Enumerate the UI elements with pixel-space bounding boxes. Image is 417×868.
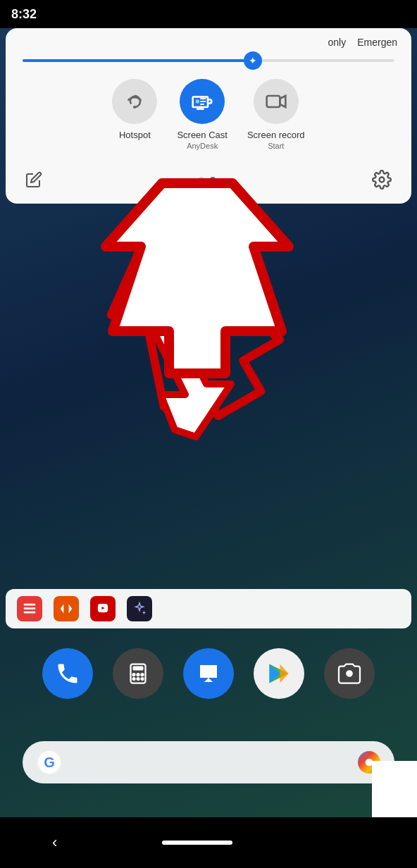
tile-screenrecord[interactable]: Screen record Start [247,79,305,150]
brightness-icon: ✦ [249,55,257,66]
app-youtube[interactable] [90,596,116,621]
brightness-fill [23,59,253,62]
svg-point-14 [142,674,144,676]
app-tasks[interactable] [17,596,42,621]
dot-1 [199,177,204,182]
back-button[interactable]: ‹ [52,833,57,852]
svg-rect-9 [24,612,36,614]
icon-phone[interactable] [42,648,93,699]
tile-hotspot-label: Hotspot [119,130,151,140]
svg-rect-3 [266,96,280,107]
white-box [372,761,417,817]
settings-button[interactable] [369,167,394,192]
svg-point-17 [142,678,144,680]
app-suggestions-bar [6,589,411,628]
page-indicators [199,177,216,182]
status-time: 8:32 [11,7,37,22]
icon-camera[interactable] [324,648,375,699]
nav-bar: ‹ [0,817,417,868]
icon-calculator[interactable] [113,648,163,699]
dot-2 [210,177,216,182]
tile-screenrecord-sublabel: Start [268,142,284,150]
tile-screenrecord-label: Screen record [247,130,305,140]
home-icons-row [0,648,417,699]
tile-screencast-sublabel: AnyDesk [187,142,218,150]
qs-tiles-grid: Hotspot Screen Cast AnyDesk [6,73,411,161]
svg-point-16 [137,678,139,680]
tile-screencast[interactable]: Screen Cast AnyDesk [177,79,228,150]
svg-point-13 [137,674,139,676]
svg-point-15 [133,678,135,680]
qs-header-item1: only [328,37,347,48]
svg-point-6 [380,178,385,182]
svg-point-12 [133,674,135,676]
svg-point-2 [196,99,199,103]
tile-screencast-icon [180,79,225,124]
quick-settings-panel: only Emergen ✦ Hotspot [6,28,411,204]
edit-button[interactable] [23,168,45,191]
brightness-track[interactable]: ✦ [23,59,394,62]
brightness-thumb[interactable]: ✦ [244,51,262,70]
app-dev[interactable] [54,596,79,621]
svg-rect-11 [133,666,144,671]
app-ai[interactable] [127,596,152,621]
icon-messages[interactable] [183,648,234,699]
qs-bottom-row [6,161,411,192]
brightness-row[interactable]: ✦ [6,54,411,73]
home-pill[interactable] [162,841,232,845]
tile-screencast-label: Screen Cast [177,130,228,140]
tile-screenrecord-icon [254,79,299,124]
tile-hotspot-icon [112,79,157,124]
qs-header-item2: Emergen [357,37,397,48]
icon-playstore[interactable] [254,648,304,699]
google-logo: G [37,750,62,775]
svg-rect-7 [24,604,36,606]
svg-point-0 [133,106,136,108]
status-bar: 8:32 [0,0,417,28]
search-bar[interactable]: G [23,741,394,783]
svg-rect-8 [24,607,36,609]
tile-hotspot[interactable]: Hotspot [112,79,157,150]
qs-header-row: only Emergen [6,28,411,54]
